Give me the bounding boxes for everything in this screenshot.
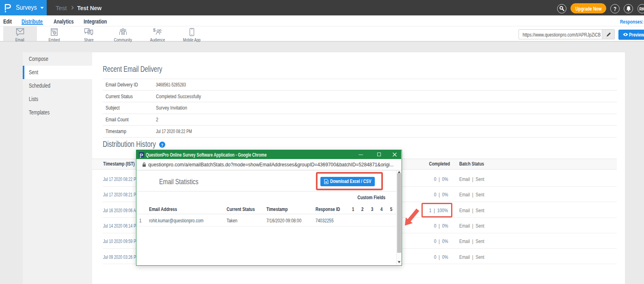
svg-text:$: $ [153,28,156,32]
